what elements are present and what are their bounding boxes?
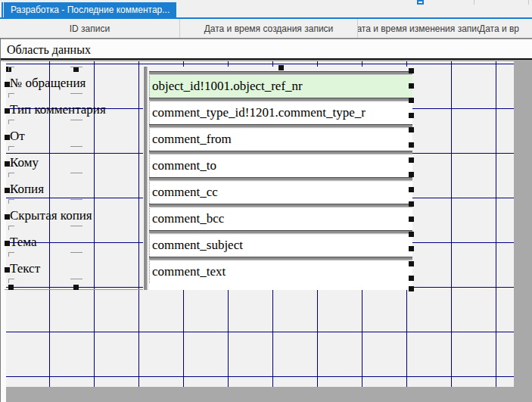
column-header[interactable]: Дата и время создания записи (180, 19, 358, 38)
column-header-label: Дата и время создания записи (204, 23, 334, 34)
field-label-text: От (10, 129, 25, 143)
object-boundary-mark (8, 173, 14, 173)
field-object[interactable]: object_id!1001.object_ref_nr (149, 71, 412, 98)
object-boundary-mark (8, 226, 14, 226)
field-expression-text: comment_type_id!1201.comment_type_r (152, 105, 366, 120)
selection-handle[interactable] (73, 285, 79, 290)
field-label-text: Копия (10, 182, 44, 196)
object-boundary-mark (8, 279, 14, 279)
field-label-text: Тема (10, 235, 36, 249)
object-boundary-mark (70, 279, 82, 279)
object-boundary-mark (70, 120, 82, 120)
document-tab[interactable]: Разработка - Последние комментар... (4, 2, 176, 17)
selection-handle[interactable] (5, 135, 10, 140)
column-header-label: Дата и время изменения записи (358, 23, 479, 34)
report-designer-window: Разработка - Последние комментар... ID з… (0, 0, 532, 402)
selection-handle[interactable] (409, 276, 414, 281)
selection-handle[interactable] (409, 157, 414, 163)
object-boundary-mark (70, 252, 82, 253)
selection-handle[interactable] (409, 98, 414, 103)
object-boundary-mark (8, 93, 14, 94)
field-label-object[interactable]: № обращения (10, 75, 86, 92)
field-label-object[interactable]: Текст (10, 260, 40, 277)
field-expression-text: object_id!1001.object_ref_nr (152, 79, 303, 93)
selection-handle[interactable] (409, 217, 414, 222)
field-label-text: Текст (10, 261, 40, 276)
object-boundary-mark (8, 67, 9, 71)
field-expression-text: comment_subject (152, 238, 243, 252)
field-object[interactable]: comment_to (149, 151, 412, 177)
grid-column-headers: ID записи Дата и время создания записи Д… (0, 19, 532, 38)
selection-handle[interactable] (5, 82, 10, 87)
tab-strip: Разработка - Последние комментар... (0, 0, 532, 19)
object-boundary-mark (8, 252, 14, 253)
column-header[interactable]: Дата и вр (479, 19, 519, 38)
field-label-object[interactable]: Тип комментария (10, 101, 106, 118)
field-expression-text: comment_bcc (152, 211, 224, 226)
selection-handle[interactable] (5, 188, 10, 193)
column-header[interactable]: Дата и время изменения записи (358, 19, 479, 38)
object-boundary-mark (8, 279, 9, 283)
selection-handle[interactable] (409, 201, 414, 207)
field-expression-text: comment_cc (152, 185, 218, 199)
object-boundary-mark (8, 173, 9, 177)
selection-handle[interactable] (409, 261, 414, 266)
partial-tab-edge (417, 0, 424, 5)
object-boundary-mark (70, 226, 82, 226)
object-boundary-mark (70, 67, 82, 67)
field-rows: object_id!1001.object_ref_nr comment_typ… (149, 71, 412, 283)
selection-handle[interactable] (409, 113, 414, 118)
tab-left-edge (2, 2, 3, 17)
object-boundary-mark (8, 120, 9, 124)
field-object[interactable]: comment_text (149, 257, 412, 283)
selection-handle[interactable] (5, 108, 10, 114)
field-object[interactable]: comment_subject (149, 230, 412, 257)
field-group[interactable]: object_id!1001.object_ref_nr comment_typ… (143, 67, 412, 290)
data-band-header[interactable]: Область данных (1, 39, 532, 60)
selection-handle[interactable] (278, 65, 284, 70)
column-header[interactable]: ID записи (0, 19, 180, 38)
column-header-label: Дата и вр (479, 23, 519, 34)
selection-handle[interactable] (5, 267, 10, 273)
selection-handle[interactable] (409, 68, 414, 73)
selection-handle[interactable] (5, 161, 10, 167)
object-boundary-mark (8, 252, 9, 257)
field-label-object[interactable]: Тема (10, 234, 36, 251)
field-label-text: № обращения (10, 76, 86, 90)
selection-handle[interactable] (409, 246, 414, 251)
field-object[interactable]: comment_from (149, 124, 412, 151)
selection-handle[interactable] (5, 214, 10, 220)
field-object[interactable]: comment_bcc (149, 204, 412, 230)
object-boundary-mark (8, 93, 9, 98)
object-boundary-mark (8, 67, 14, 67)
field-expression-text: comment_from (152, 132, 232, 146)
selection-handle[interactable] (409, 286, 414, 291)
selection-handle[interactable] (73, 67, 79, 72)
selection-handle[interactable] (409, 187, 414, 192)
object-boundary-mark (70, 199, 82, 200)
field-label-object[interactable]: От (10, 128, 25, 145)
tab-separator (474, 0, 474, 5)
selection-handle[interactable] (409, 83, 414, 89)
selection-handle[interactable] (409, 127, 414, 132)
field-label-text: Скрытая копия (10, 208, 92, 223)
selection-handle[interactable] (409, 232, 414, 237)
object-boundary-mark (8, 146, 14, 147)
field-group-side-bar (143, 67, 149, 290)
field-label-object[interactable]: Копия (10, 181, 44, 198)
field-expression-text: comment_to (152, 158, 216, 173)
selection-handle[interactable] (409, 172, 414, 177)
field-object[interactable]: comment_type_id!1201.comment_type_r (149, 98, 412, 124)
selection-handle[interactable] (409, 142, 414, 148)
selection-handle[interactable] (5, 241, 10, 246)
object-boundary-mark (8, 146, 9, 151)
field-label-text: Кому (10, 155, 39, 170)
tab-separator (528, 0, 529, 5)
column-header-label: ID записи (70, 23, 110, 34)
field-label-text: Тип комментария (10, 102, 106, 117)
field-label-object[interactable]: Скрытая копия (10, 207, 92, 224)
field-object[interactable]: comment_cc (149, 177, 412, 204)
selection-handle[interactable] (8, 285, 14, 290)
field-label-object[interactable]: Кому (10, 154, 39, 171)
document-tab-title: Разработка - Последние комментар... (11, 5, 170, 15)
